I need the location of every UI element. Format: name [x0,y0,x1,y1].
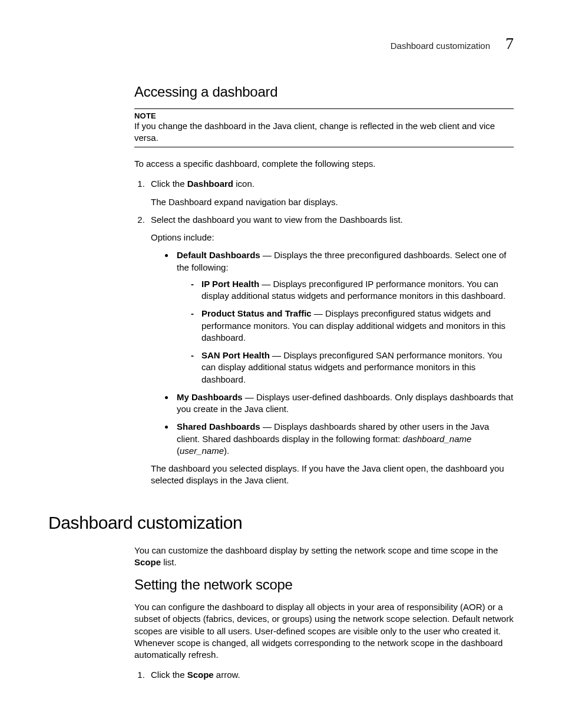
scope-steps-list: Click the Scope arrow. [134,669,514,681]
customization-intro: You can customize the dashboard display … [134,545,514,569]
bullet-my-dashboards: My Dashboards — Displays user-defined da… [174,391,514,416]
note-body: If you change the dashboard in the Java … [134,120,514,143]
heading-dashboard-customization: Dashboard customization [48,513,514,533]
heading-accessing-dashboard: Accessing a dashboard [134,84,514,100]
step-2-text: Select the dashboard you want to view fr… [151,215,403,225]
dash-product-status-traffic: Product Status and Traffic — Displays pr… [191,308,514,344]
step-2: Select the dashboard you want to view fr… [147,214,514,487]
step-1-text: Click the Dashboard icon. [151,179,254,189]
network-scope-para: You can configure the dashboard to displ… [134,601,514,661]
note-block: NOTE If you change the dashboard in the … [134,108,514,147]
bullet-default-dashboards: Default Dashboards — Displays the three … [174,249,514,386]
step-2-sub: Options include: [151,232,514,243]
header-chapter-number: 7 [505,34,514,53]
steps-list: Click the Dashboard icon. The Dashboard … [134,178,514,486]
heading-setting-network-scope: Setting the network scope [134,577,514,593]
step-2-after: The dashboard you selected displays. If … [151,463,514,487]
options-bullets: Default Dashboards — Displays the three … [151,249,514,457]
dash-san-port-health: SAN Port Health — Displays preconfigured… [191,350,514,386]
header-title: Dashboard customization [391,41,490,51]
page-header: Dashboard customization 7 [48,34,514,53]
intro-text: To access a specific dashboard, complete… [134,158,514,170]
bullet-shared-dashboards: Shared Dashboards — Displays dashboards … [174,421,514,457]
scope-step-1: Click the Scope arrow. [147,669,514,681]
dash-ip-port-health: IP Port Health — Displays preconfigured … [191,278,514,302]
step-1-sub: The Dashboard expand navigation bar disp… [151,196,514,208]
note-label: NOTE [134,111,514,120]
step-1: Click the Dashboard icon. The Dashboard … [147,178,514,208]
default-dashboard-sublist: IP Port Health — Displays preconfigured … [177,278,514,386]
